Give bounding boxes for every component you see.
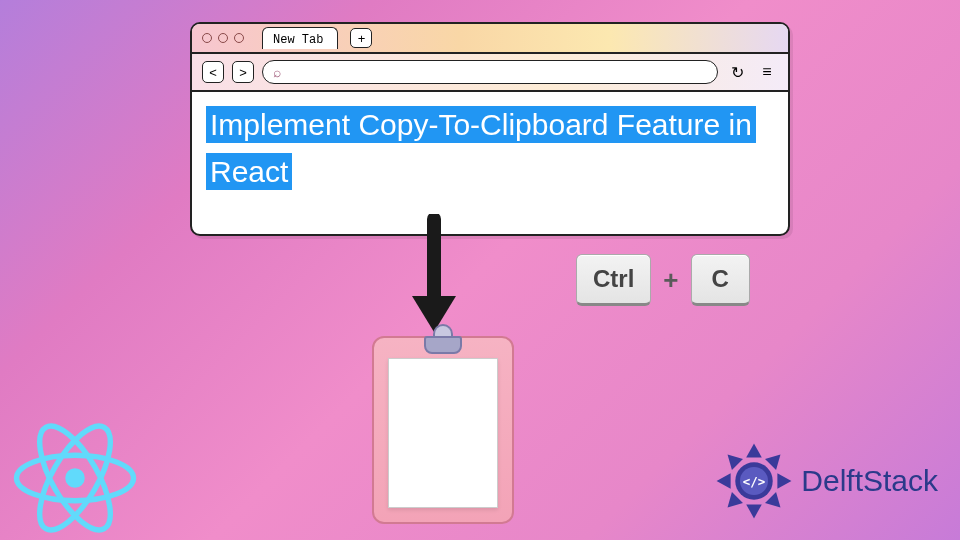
svg-point-5 bbox=[65, 468, 85, 488]
svg-marker-6 bbox=[746, 444, 762, 458]
svg-marker-13 bbox=[765, 492, 786, 513]
new-tab-button[interactable]: + bbox=[350, 28, 372, 48]
address-bar[interactable]: ⌕ bbox=[262, 60, 718, 84]
browser-tab[interactable]: New Tab bbox=[262, 27, 338, 49]
clipboard-icon bbox=[372, 336, 514, 524]
window-dot-max-icon[interactable] bbox=[234, 33, 244, 43]
browser-navbar: < > ⌕ ↻ ≡ bbox=[192, 54, 788, 92]
clipboard-clip bbox=[424, 324, 462, 354]
selected-text[interactable]: Implement Copy-To-Clipboard Feature in R… bbox=[206, 106, 756, 190]
refresh-button[interactable]: ↻ bbox=[726, 61, 748, 83]
delftstack-label: DelftStack bbox=[801, 464, 938, 498]
react-logo-icon bbox=[10, 418, 140, 538]
delftstack-brand: </> DelftStack bbox=[715, 442, 938, 520]
menu-button[interactable]: ≡ bbox=[756, 61, 778, 83]
window-dot-min-icon[interactable] bbox=[218, 33, 228, 43]
search-icon: ⌕ bbox=[273, 64, 281, 80]
window-dot-close-icon[interactable] bbox=[202, 33, 212, 43]
svg-marker-10 bbox=[765, 449, 786, 470]
svg-marker-12 bbox=[722, 449, 743, 470]
refresh-icon: ↻ bbox=[731, 63, 744, 82]
chevron-left-icon: < bbox=[209, 65, 217, 80]
plus-icon: + bbox=[358, 32, 366, 45]
plus-symbol: + bbox=[663, 265, 678, 296]
arrow-down-icon bbox=[404, 214, 464, 334]
browser-window: New Tab + < > ⌕ ↻ ≡ Implement Copy-To-Cl… bbox=[190, 22, 790, 236]
delftstack-badge-icon: </> bbox=[715, 442, 793, 520]
hamburger-icon: ≡ bbox=[762, 63, 771, 81]
browser-content: Implement Copy-To-Clipboard Feature in R… bbox=[192, 92, 788, 205]
tab-label: New Tab bbox=[273, 33, 323, 47]
ctrl-key: Ctrl bbox=[576, 254, 651, 306]
browser-titlebar: New Tab + bbox=[192, 24, 788, 54]
svg-marker-9 bbox=[778, 473, 792, 489]
svg-marker-8 bbox=[717, 473, 731, 489]
clipboard-paper bbox=[388, 358, 498, 508]
svg-marker-11 bbox=[722, 492, 743, 513]
chevron-right-icon: > bbox=[239, 65, 247, 80]
back-button[interactable]: < bbox=[202, 61, 224, 83]
forward-button[interactable]: > bbox=[232, 61, 254, 83]
svg-marker-7 bbox=[746, 504, 762, 518]
code-tag-icon: </> bbox=[743, 474, 766, 489]
c-key: C bbox=[691, 254, 750, 306]
keyboard-shortcut: Ctrl + C bbox=[576, 254, 750, 306]
